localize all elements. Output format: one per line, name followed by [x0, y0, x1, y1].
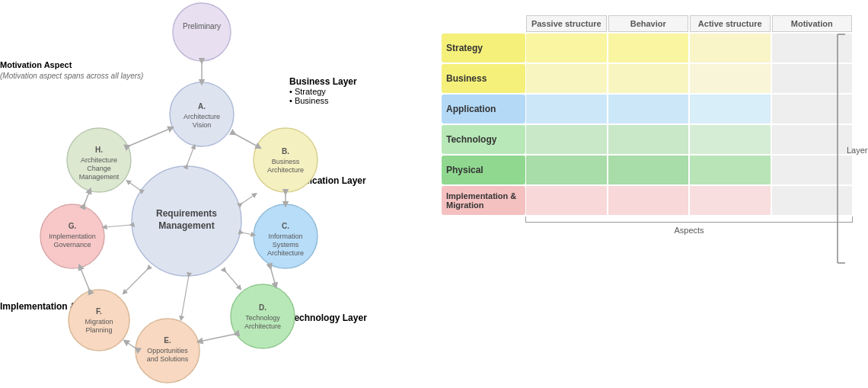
svg-line-42 — [270, 267, 276, 286]
row-label-technology: Technology — [442, 125, 525, 154]
matrix-headers: Passive structure Behavior Active struct… — [525, 15, 853, 32]
svg-text:Preliminary: Preliminary — [183, 22, 221, 30]
cell-business-behavior — [608, 64, 689, 93]
svg-text:E.: E. — [164, 336, 171, 345]
svg-text:Systems: Systems — [273, 241, 299, 249]
cell-implmig-active — [690, 186, 771, 215]
svg-text:D.: D. — [259, 303, 266, 312]
cell-strategy-passive — [526, 34, 607, 63]
row-label-strategy: Strategy — [442, 34, 525, 63]
svg-text:Architecture: Architecture — [244, 322, 281, 330]
col-passive-structure: Passive structure — [526, 15, 607, 32]
cell-application-behavior — [608, 95, 689, 123]
svg-text:F.: F. — [96, 307, 102, 316]
aspects-layers-matrix: Passive structure Behavior Active struct… — [426, 0, 868, 388]
svg-text:Architecture: Architecture — [267, 249, 304, 257]
svg-text:Business: Business — [272, 158, 300, 165]
svg-line-55 — [128, 181, 141, 191]
svg-text:B.: B. — [282, 147, 289, 156]
svg-text:Change: Change — [87, 165, 111, 172]
svg-line-50 — [241, 232, 254, 235]
svg-line-48 — [187, 146, 194, 166]
col-active-structure: Active structure — [690, 15, 771, 32]
cell-implmig-behavior — [608, 186, 689, 215]
svg-text:and Solutions: and Solutions — [147, 355, 189, 363]
row-label-business: Business — [442, 64, 525, 93]
cell-implmig-passive — [526, 186, 607, 215]
svg-text:Information: Information — [268, 232, 302, 240]
col-motivation: Motivation — [772, 15, 853, 32]
row-business: Business — [442, 64, 853, 93]
svg-text:Governance: Governance — [53, 241, 91, 249]
row-strategy: Strategy — [442, 34, 853, 63]
cell-technology-behavior — [608, 125, 689, 154]
cell-technology-active — [690, 125, 771, 154]
svg-line-54 — [104, 225, 132, 227]
svg-text:Architecture: Architecture — [267, 166, 304, 174]
svg-text:G.: G. — [69, 222, 77, 230]
row-technology: Technology — [442, 125, 853, 154]
cell-strategy-behavior — [608, 34, 689, 63]
svg-text:Architecture: Architecture — [81, 156, 117, 164]
svg-text:C.: C. — [282, 222, 289, 230]
svg-line-43 — [199, 334, 236, 342]
svg-text:Management: Management — [79, 173, 120, 181]
row-physical: Physical — [442, 156, 853, 184]
svg-text:H.: H. — [95, 146, 103, 154]
row-label-application: Application — [442, 95, 525, 123]
svg-line-53 — [124, 268, 148, 293]
svg-text:Architecture: Architecture — [183, 113, 220, 120]
svg-line-51 — [225, 271, 240, 288]
row-application: Application — [442, 95, 853, 123]
cell-physical-passive — [526, 156, 607, 184]
svg-text:Vision: Vision — [193, 121, 211, 129]
col-behavior: Behavior — [608, 15, 689, 32]
svg-text:A.: A. — [198, 102, 206, 111]
row-label-physical: Physical — [442, 156, 525, 184]
svg-line-46 — [84, 191, 90, 206]
svg-text:Opportunities: Opportunities — [147, 347, 188, 354]
layers-bracket-svg: Layers — [830, 30, 868, 267]
row-implmig: Implementation & Migration — [442, 186, 853, 215]
svg-text:Planning: Planning — [85, 326, 112, 334]
cell-physical-active — [690, 156, 771, 184]
cell-business-passive — [526, 64, 607, 93]
matrix: Passive structure Behavior Active struct… — [442, 15, 853, 235]
svg-line-45 — [80, 267, 90, 291]
cell-technology-passive — [526, 125, 607, 154]
svg-line-40 — [234, 133, 259, 147]
adm-diagram: Motivation Aspect (Motivation aspect spa… — [0, 0, 426, 388]
svg-text:Technology: Technology — [245, 314, 280, 322]
svg-text:Layers: Layers — [847, 146, 868, 155]
svg-line-44 — [126, 342, 137, 349]
cell-application-active — [690, 95, 771, 123]
cell-physical-behavior — [608, 156, 689, 184]
svg-text:Implementation: Implementation — [49, 232, 96, 240]
svg-text:Migration: Migration — [85, 318, 113, 325]
svg-line-49 — [241, 194, 255, 204]
cell-strategy-active — [690, 34, 771, 63]
svg-text:Requirements: Requirements — [156, 208, 217, 219]
adm-svg: Preliminary Requirements Management A. A… — [0, 0, 426, 388]
svg-line-47 — [128, 128, 171, 146]
aspects-label: Aspects — [525, 226, 853, 235]
row-label-implmig: Implementation & Migration — [442, 186, 525, 215]
svg-line-52 — [181, 275, 189, 319]
cell-business-active — [690, 64, 771, 93]
aspects-bracket — [525, 216, 853, 223]
svg-point-0 — [173, 3, 231, 61]
cell-application-passive — [526, 95, 607, 123]
svg-text:Management: Management — [158, 220, 214, 231]
